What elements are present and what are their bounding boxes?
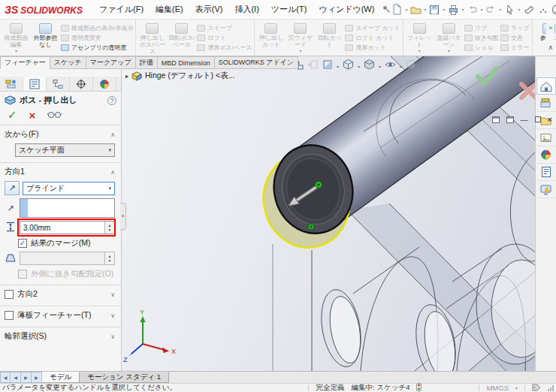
pm-help-icon[interactable]: ? (107, 96, 116, 105)
section-from-header[interactable]: 次から(F) ∧ (0, 125, 121, 142)
select-arrow-icon[interactable] (503, 4, 515, 16)
options-dots-icon[interactable] (537, 4, 549, 16)
merge-result-checkbox[interactable]: ✓ (18, 239, 27, 248)
menu-view[interactable]: 表示(V) (189, 4, 229, 15)
direction-reference-selection-box[interactable] (20, 198, 115, 218)
sketch-point-2[interactable] (308, 224, 314, 230)
taskpane-view-palette-button[interactable] (536, 129, 556, 146)
hide-show-items-icon[interactable] (384, 59, 397, 73)
section-direction1-header[interactable]: 方向1 ∧ (0, 163, 121, 179)
section-contours-chevron-icon[interactable]: ∨ (110, 333, 115, 340)
doc-minimize-icon[interactable]: — (521, 116, 528, 124)
reverse-direction-button[interactable]: ↗ (5, 181, 20, 195)
sketch-point-1[interactable] (316, 182, 322, 188)
no-external-references-button[interactable]: 外部参照なし (32, 21, 59, 54)
tab-sketch[interactable]: スケッチ (50, 56, 86, 69)
depth-input[interactable]: 3.00mm ▲ ▼ (20, 221, 115, 234)
menu-insert[interactable]: 挿入(I) (228, 4, 264, 15)
tab-propertymanager[interactable] (23, 77, 47, 91)
pm-preview-glasses-icon[interactable] (47, 110, 62, 120)
doc-restore-icon[interactable] (535, 116, 541, 122)
select-caret[interactable]: ▾ (518, 7, 520, 12)
open-icon[interactable] (409, 4, 422, 16)
direction-reference-icon: ↗ (5, 204, 17, 213)
taskpane-appearances-button[interactable] (536, 146, 556, 164)
pin-menu-icon[interactable] (382, 3, 391, 17)
pm-ok-button[interactable]: ✓ (8, 108, 17, 122)
tab-featuremanager-tree[interactable] (0, 77, 23, 91)
section-from-chevron-icon[interactable]: ∧ (110, 131, 115, 138)
display-style-icon[interactable] (363, 59, 376, 74)
tab-dimxpertmanager[interactable] (70, 77, 93, 91)
new-document-caret[interactable]: ▾ (405, 7, 407, 12)
tab-mbd-dimension[interactable]: MBD Dimension (158, 56, 215, 69)
save-icon[interactable] (428, 4, 440, 16)
section-view-caret[interactable]: ▾ (337, 64, 339, 69)
direction2-checkbox[interactable]: ✓ (5, 290, 14, 299)
from-combobox[interactable]: スケッチ平面 ▾ (15, 143, 115, 157)
section-direction2-header[interactable]: ✓ 方向2 ∨ (0, 285, 121, 302)
toolbar-overflow-button[interactable]: » (548, 24, 552, 32)
view-orientation-caret[interactable]: ▾ (358, 64, 360, 69)
taskpane-forum-button[interactable] (536, 181, 556, 198)
spin-down-icon[interactable]: ▼ (108, 228, 112, 232)
menu-window[interactable]: ウィンドウ(W) (313, 4, 380, 15)
tab-nav-last-button[interactable]: ▶ (32, 372, 42, 383)
swept-cut-icon (345, 25, 353, 32)
tab-displaymanager[interactable] (93, 77, 116, 91)
3d-model-scene[interactable]: Y X Z (122, 56, 535, 371)
edit-appearance-icon[interactable] (405, 59, 417, 74)
tree-expand-icon[interactable]: ▸ (125, 73, 128, 80)
open-caret[interactable]: ▾ (424, 7, 426, 12)
taskpane-design-library-button[interactable] (536, 95, 556, 112)
menu-tools[interactable]: ツール(T) (265, 4, 313, 15)
section-thin-feature-chevron-icon[interactable]: ∨ (110, 312, 115, 319)
units-selector[interactable]: MMGS (486, 384, 509, 392)
thin-feature-checkbox[interactable]: ✓ (5, 311, 14, 320)
hide-show-items-caret[interactable]: ▾ (400, 64, 402, 69)
tab-solidworks-addins[interactable]: SOLIDWORKS アドイン (215, 56, 298, 69)
section-view-icon[interactable] (322, 59, 334, 74)
menu-edit[interactable]: 編集(E) (150, 4, 189, 15)
section-direction1-chevron-icon[interactable]: ∧ (110, 169, 115, 176)
menu-file[interactable]: ファイル(F) (93, 4, 150, 15)
tab-motion-study-1[interactable]: モーション スタディ 1 (80, 372, 169, 383)
doc-window-icon-b[interactable] (506, 116, 514, 123)
section-thin-feature-header[interactable]: ✓ 薄板フィーチャー(T) ∨ (0, 306, 121, 323)
display-style-caret[interactable]: ▾ (379, 64, 381, 69)
section-selected-contours-header[interactable]: 輪郭選択(S) ∨ (0, 327, 121, 344)
tab-model[interactable]: モデル (42, 372, 80, 383)
collapse-commandmanager-button[interactable]: ∧ (548, 44, 553, 51)
print-caret[interactable]: ▾ (461, 7, 464, 12)
units-caret-icon[interactable]: ▾ (515, 385, 518, 390)
section-thin-feature: ✓ 薄板フィーチャー(T) ∨ (0, 306, 121, 327)
assembly-transparency-button[interactable]: アセンブリの透明度 (61, 44, 133, 52)
attach-icon[interactable] (523, 4, 535, 16)
end-condition-combobox[interactable]: ブラインド ▾ (23, 182, 115, 195)
panel-splitter-handle[interactable] (120, 203, 126, 230)
graphics-area[interactable]: Y X Z ▸ Hinge (デフォルト) <表... ▾ ▾ (122, 56, 535, 371)
tab-configurationmanager[interactable] (47, 77, 70, 91)
account-icon[interactable] (551, 4, 556, 16)
taskpane-home-button[interactable] (536, 77, 556, 95)
tab-nav-prev-button[interactable]: ◀ (11, 372, 21, 383)
flyout-feature-tree[interactable]: ▸ Hinge (デフォルト) <表... (125, 71, 234, 81)
taskpane-custom-properties-button[interactable] (536, 164, 556, 181)
tab-nav-first-button[interactable]: ◀ (0, 372, 11, 383)
edit-appearance-caret[interactable]: ▾ (420, 64, 422, 69)
depth-spinner[interactable]: ▲ ▼ (104, 222, 114, 234)
save-caret[interactable]: ▾ (443, 7, 445, 12)
tab-features[interactable]: フィーチャー (0, 56, 50, 69)
section-direction2-chevron-icon[interactable]: ∨ (110, 291, 115, 298)
view-orientation-icon[interactable] (342, 59, 355, 74)
new-document-icon[interactable] (391, 4, 403, 16)
tab-evaluate[interactable]: 評価 (136, 56, 158, 69)
doc-close-icon[interactable]: × (548, 115, 552, 124)
tab-markup[interactable]: マークアップ (86, 56, 136, 69)
tag-icon[interactable] (532, 384, 541, 392)
wrap-icon (500, 25, 509, 32)
print-icon[interactable] (447, 4, 459, 16)
doc-window-icon-a[interactable] (492, 116, 500, 123)
tab-nav-next-button[interactable]: ▶ (21, 372, 32, 383)
pm-cancel-button[interactable]: × (29, 109, 36, 122)
